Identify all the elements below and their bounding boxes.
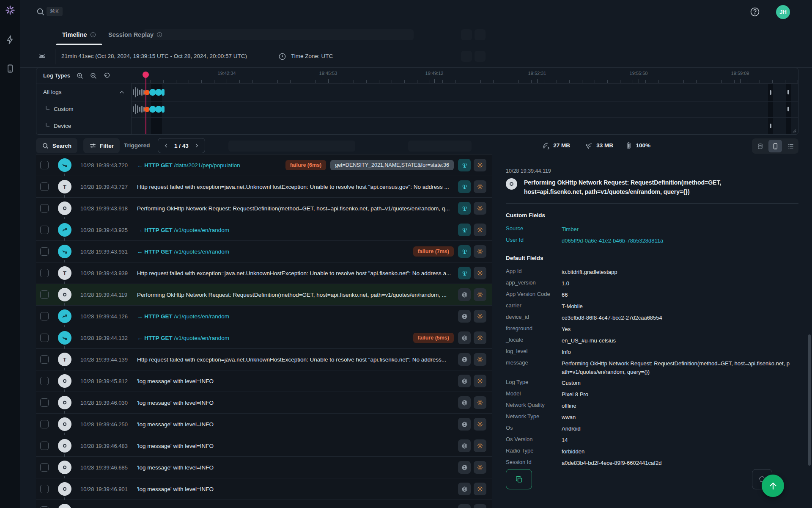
log-row[interactable]: 10/28 19:39:46.685'log message' with lev… xyxy=(36,457,492,478)
brightness-icon-button[interactable] xyxy=(474,245,486,258)
row-checkbox[interactable] xyxy=(40,312,49,320)
globe-icon-button[interactable] xyxy=(458,331,471,344)
globe-icon-button[interactable] xyxy=(458,504,471,508)
bitdrift-logo-icon[interactable] xyxy=(5,5,15,15)
zoom-in-icon[interactable] xyxy=(76,72,84,80)
globe-icon-button[interactable] xyxy=(458,375,471,387)
antenna-icon-button[interactable] xyxy=(458,267,471,279)
brightness-icon-button[interactable] xyxy=(474,310,486,323)
brightness-icon-button[interactable] xyxy=(474,331,486,344)
row-checkbox[interactable] xyxy=(40,161,49,169)
log-row[interactable]: T10/28 19:39:44.139Http request failed w… xyxy=(36,349,492,370)
brightness-icon-button[interactable] xyxy=(474,504,486,508)
page-scrollbar-thumb[interactable] xyxy=(808,334,811,466)
filter-button[interactable]: Filter xyxy=(83,138,120,153)
globe-icon-button[interactable] xyxy=(458,396,471,409)
brightness-icon-button[interactable] xyxy=(474,375,486,387)
playhead-marker[interactable] xyxy=(143,72,149,78)
antenna-icon-button[interactable] xyxy=(458,159,471,171)
search-shortcut-hint[interactable]: ⌘K xyxy=(47,7,63,16)
log-row[interactable]: 10/28 19:39:43.931← HTTP GET /v1/quotes/… xyxy=(36,241,492,262)
globe-icon-button[interactable] xyxy=(458,483,471,495)
log-row[interactable]: T10/28 19:39:43.727Http request failed w… xyxy=(36,176,492,198)
chevron-up-icon[interactable] xyxy=(119,89,125,95)
copy-fields-button[interactable] xyxy=(506,469,532,489)
help-icon[interactable] xyxy=(750,7,760,17)
antenna-icon-button[interactable] xyxy=(458,180,471,193)
brightness-icon-button[interactable] xyxy=(474,353,486,366)
brightness-icon-button[interactable] xyxy=(474,418,486,431)
antenna-icon-button[interactable] xyxy=(458,224,471,236)
avatar[interactable]: JH xyxy=(776,5,790,19)
row-checkbox[interactable] xyxy=(40,182,49,191)
globe-icon-button[interactable] xyxy=(458,310,471,323)
row-checkbox[interactable] xyxy=(40,485,49,493)
log-details-panel: 10/28 19:39:44.119 Performing OkHttp Net… xyxy=(506,163,798,508)
list-view-icon[interactable] xyxy=(784,140,797,152)
row-checkbox[interactable] xyxy=(40,398,49,407)
custom-type-icon xyxy=(58,439,71,453)
row-checkbox[interactable] xyxy=(40,247,49,256)
timeline-track[interactable]: 19:42:3419:45:5319:49:1219:52:3119:55:50… xyxy=(132,68,798,134)
brightness-icon-button[interactable] xyxy=(474,461,486,474)
globe-icon-button[interactable] xyxy=(458,353,471,366)
row-checkbox[interactable] xyxy=(40,290,49,299)
antenna-icon-button[interactable] xyxy=(458,202,471,215)
brightness-icon-button[interactable] xyxy=(474,224,486,236)
log-row[interactable]: 10/28 19:39:46.250'log message' with lev… xyxy=(36,414,492,435)
timeline-row-all-logs[interactable]: All logs xyxy=(36,83,132,101)
brightness-icon-button[interactable] xyxy=(474,439,486,452)
row-checkbox[interactable] xyxy=(40,506,49,508)
log-row[interactable]: 10/28 19:39:46.901'log message' with lev… xyxy=(36,478,492,500)
device-view-icon[interactable] xyxy=(768,140,782,152)
scroll-to-top-button[interactable] xyxy=(762,475,784,497)
search-button[interactable]: Search xyxy=(36,138,77,153)
row-checkbox[interactable] xyxy=(40,226,49,234)
row-checkbox[interactable] xyxy=(40,269,49,277)
row-checkbox[interactable] xyxy=(40,334,49,342)
log-row[interactable]: 10/28 19:39:43.720← HTTP GET /data/2021/… xyxy=(36,155,492,176)
search-icon[interactable] xyxy=(36,7,45,17)
log-row[interactable]: 10/28 19:39:44.126→ HTTP GET /v1/quotes/… xyxy=(36,306,492,327)
log-row[interactable]: T10/28 19:39:43.939Http request failed w… xyxy=(36,262,492,284)
brightness-icon-button[interactable] xyxy=(474,288,486,301)
timeline-row-device[interactable]: Device xyxy=(36,117,132,135)
devices-icon[interactable] xyxy=(5,64,15,74)
antenna-icon-button[interactable] xyxy=(458,245,471,258)
row-checkbox[interactable] xyxy=(40,463,49,472)
log-row[interactable]: 10/28 19:39:47'log message' with level=I… xyxy=(36,500,492,508)
brightness-icon-button[interactable] xyxy=(474,396,486,409)
log-row[interactable]: 10/28 19:39:46.030'log message' with lev… xyxy=(36,392,492,414)
zoom-out-icon[interactable] xyxy=(90,72,97,80)
brightness-icon-button[interactable] xyxy=(474,483,486,495)
row-checkbox[interactable] xyxy=(40,355,49,364)
brightness-icon-button[interactable] xyxy=(474,180,486,193)
http-method: ← HTTP GET xyxy=(137,248,174,255)
info-icon[interactable] xyxy=(90,32,96,38)
tab-timeline[interactable]: Timeline xyxy=(62,24,96,45)
log-row[interactable]: 10/28 19:39:45.812'log message' with lev… xyxy=(36,370,492,392)
log-row[interactable]: 10/28 19:39:43.925→ HTTP GET /v1/quotes/… xyxy=(36,219,492,241)
resize-handle-icon[interactable] xyxy=(791,128,796,133)
row-checkbox[interactable] xyxy=(40,420,49,428)
data-view-icon[interactable] xyxy=(753,140,767,152)
log-row[interactable]: 10/28 19:39:44.132← HTTP GET /v1/quotes/… xyxy=(36,327,492,349)
next-page-icon[interactable] xyxy=(194,143,200,149)
row-checkbox[interactable] xyxy=(40,377,49,385)
prev-page-icon[interactable] xyxy=(163,143,169,149)
globe-icon-button[interactable] xyxy=(458,461,471,474)
globe-icon-button[interactable] xyxy=(458,439,471,452)
log-row[interactable]: 10/28 19:39:44.119Performing OkHttp Netw… xyxy=(36,284,492,306)
workflows-lightning-icon[interactable] xyxy=(5,35,15,45)
brightness-icon-button[interactable] xyxy=(474,267,486,279)
globe-icon-button[interactable] xyxy=(458,288,471,301)
reset-zoom-icon[interactable] xyxy=(103,72,111,80)
log-row[interactable]: 10/28 19:39:43.918Performing OkHttp Netw… xyxy=(36,198,492,219)
row-checkbox[interactable] xyxy=(40,204,49,213)
row-checkbox[interactable] xyxy=(40,442,49,450)
log-row[interactable]: 10/28 19:39:46.483'log message' with lev… xyxy=(36,435,492,457)
globe-icon-button[interactable] xyxy=(458,418,471,431)
brightness-icon-button[interactable] xyxy=(474,202,486,215)
timeline-row-custom[interactable]: Custom xyxy=(36,101,132,117)
brightness-icon-button[interactable] xyxy=(474,159,486,171)
